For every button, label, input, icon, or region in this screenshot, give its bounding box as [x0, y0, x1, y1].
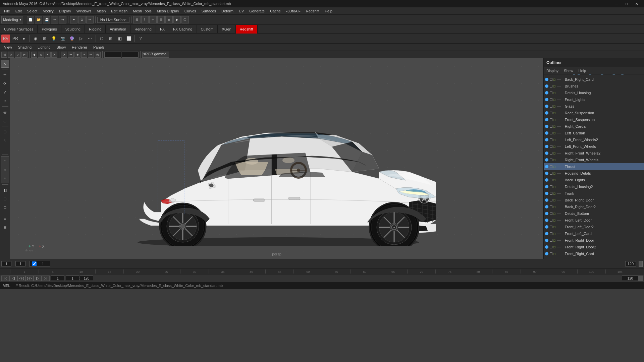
- outliner-item-rear-suspension[interactable]: ◻ ── Rear_Suspension: [544, 110, 644, 116]
- universal-tool[interactable]: ⊕: [1, 97, 9, 105]
- outliner-item-brushes[interactable]: ◻ ── Brushes: [544, 83, 644, 89]
- outliner-item-right-front-wheels[interactable]: ◻ ── Right_Front_Wheels: [544, 157, 644, 163]
- end-btn[interactable]: ⊳: [21, 52, 28, 58]
- menu-windows[interactable]: Windows: [74, 7, 94, 15]
- outliner-display-menu[interactable]: Display: [545, 68, 560, 73]
- tab-curves---surfaces[interactable]: Curves / Surfaces: [0, 25, 38, 34]
- minimize-button[interactable]: ─: [612, 1, 621, 7]
- outliner-item-front-left-door[interactable]: ◻ ── Front_Left_Door: [544, 217, 644, 224]
- no-live-surface-btn[interactable]: No Live Surface: [97, 17, 129, 23]
- menu-deform[interactable]: Deform: [219, 7, 236, 15]
- prev-frame-btn[interactable]: ◁: [1, 52, 7, 58]
- rv-btn[interactable]: RV: [1, 35, 10, 43]
- cam-btn[interactable]: 📷: [58, 35, 67, 43]
- menu-cache[interactable]: Cache: [267, 7, 283, 15]
- tab-sculpting[interactable]: Sculpting: [61, 25, 85, 34]
- snap-view-btn[interactable]: ⊟: [157, 16, 165, 23]
- snap-curve-btn[interactable]: ⌇: [141, 16, 149, 23]
- snap-grid[interactable]: ⊞: [1, 128, 9, 136]
- frame-current-input[interactable]: 1: [15, 261, 25, 266]
- sym-btn[interactable]: ◈: [165, 16, 173, 23]
- menu-modify[interactable]: Modify: [40, 7, 56, 15]
- vol-btn[interactable]: 🔮: [67, 35, 76, 43]
- menu-uv[interactable]: UV: [236, 7, 247, 15]
- outliner-item-back-lights[interactable]: ◻ ── Back_Lights: [544, 177, 644, 183]
- menu-redshift[interactable]: Redshift: [303, 7, 322, 15]
- range-start-display[interactable]: 1: [66, 276, 79, 281]
- menu-curves[interactable]: Curves: [182, 7, 199, 15]
- outliner-item-front-left-card[interactable]: ◻ ── Front_Left_Card: [544, 230, 644, 237]
- outliner-item-back-right-door2[interactable]: ◻ ── Back_Right_Door2: [544, 203, 644, 210]
- sub-shading[interactable]: Shading: [15, 45, 34, 50]
- step-back-btn[interactable]: ◁|: [9, 276, 17, 281]
- ipr-btn[interactable]: ⬡: [181, 16, 189, 23]
- gamma-dropdown[interactable]: sRGB gamma: [142, 52, 169, 58]
- sub-view[interactable]: View: [1, 45, 15, 50]
- select-tool[interactable]: ↖: [1, 60, 9, 68]
- outliner-item-front-lights[interactable]: ◻ ── Front_Lights: [544, 96, 644, 103]
- outliner-content[interactable]: 📷persp📷top📷front📷side ▾ Mercedes_E_class…: [544, 74, 644, 259]
- select-btn[interactable]: ✦: [70, 16, 77, 23]
- grid-btn[interactable]: ⊞: [40, 35, 49, 43]
- mode-dropdown[interactable]: Modeling ▾: [1, 16, 23, 23]
- frame-end-dragger[interactable]: [639, 261, 643, 267]
- mat-ball-btn[interactable]: ◉: [31, 35, 40, 43]
- new-scene-btn[interactable]: 📄: [27, 16, 34, 23]
- scale-tool[interactable]: ⤢: [1, 88, 9, 96]
- outliner-item-front-right-card[interactable]: ◻ ── Front_Right_Card: [544, 250, 644, 257]
- lasso-tool[interactable]: ◌: [1, 117, 9, 125]
- step-fwd-btn[interactable]: |▷: [34, 276, 42, 281]
- frame-start-input[interactable]: 1: [1, 261, 11, 266]
- snap-point-btn[interactable]: ⊹: [149, 16, 157, 23]
- go-end-btn[interactable]: ▷|: [42, 276, 50, 281]
- menu-display[interactable]: Display: [56, 7, 74, 15]
- menu-mesh[interactable]: Mesh: [94, 7, 108, 15]
- value1-input[interactable]: 0.00: [104, 52, 121, 58]
- tab-rendering[interactable]: Rendering: [130, 25, 156, 34]
- attr-editor-btn[interactable]: ⊞: [1, 223, 9, 231]
- keyframe-btn[interactable]: ◆: [31, 52, 37, 58]
- snap-curve[interactable]: ⌇: [1, 136, 9, 144]
- key-all-btn[interactable]: ◇: [38, 52, 44, 58]
- render-btn[interactable]: ▶: [173, 16, 181, 23]
- value2-input[interactable]: 1.00: [122, 52, 139, 58]
- rotate-tool[interactable]: ⟳: [1, 79, 9, 87]
- del-key-btn[interactable]: ✕: [51, 52, 57, 58]
- timeline-ruler[interactable]: 1510152025303540455055606570758085909510…: [0, 268, 644, 275]
- sub-lighting[interactable]: Lighting: [35, 45, 53, 50]
- soft-select-tool[interactable]: ◎: [1, 108, 9, 116]
- undo-btn[interactable]: ↩: [51, 16, 58, 23]
- mat-editor-btn[interactable]: ⬡: [97, 35, 106, 43]
- maximize-button[interactable]: □: [622, 1, 631, 7]
- sub-renderer[interactable]: Renderer: [69, 45, 90, 50]
- outliner-show-menu[interactable]: Show: [562, 68, 575, 73]
- outliner-item-detals-housing2[interactable]: ◻ ── Detals_Housing2: [544, 183, 644, 190]
- ipr-btn2[interactable]: IPR: [10, 35, 19, 43]
- sub-show[interactable]: Show: [54, 45, 69, 50]
- timeline-drag[interactable]: [639, 276, 643, 281]
- menu-file[interactable]: File: [1, 7, 13, 15]
- outliner-item-back-right-card[interactable]: ◻ ── Back_Right_Card: [544, 76, 644, 83]
- menu-editmesh[interactable]: Edit Mesh: [108, 7, 130, 15]
- scatter-btn[interactable]: ⋯: [86, 35, 94, 43]
- tab-rigging[interactable]: Rigging: [85, 25, 106, 34]
- breakdown-btn[interactable]: ▪: [45, 52, 51, 58]
- lasso-btn[interactable]: ⊙: [78, 16, 86, 23]
- outliner-item-glass[interactable]: ◻ ── Glass: [544, 103, 644, 110]
- save-btn[interactable]: 💾: [43, 16, 50, 23]
- menu-edit[interactable]: Edit: [13, 7, 24, 15]
- play-back-btn[interactable]: ◁◁: [17, 276, 25, 281]
- render-view-btn[interactable]: ⬜: [124, 35, 133, 43]
- play-fwd-btn[interactable]: ▷▷: [25, 276, 34, 281]
- display-layer-btn[interactable]: ⊟: [1, 195, 9, 203]
- outliner-item-front-left-door2[interactable]: ◻ ── Front_Left_Door2: [544, 224, 644, 230]
- snap-point[interactable]: ·: [1, 145, 9, 153]
- proxy-btn[interactable]: ▷: [76, 35, 85, 43]
- light-btn[interactable]: 💡: [49, 35, 58, 43]
- menu-surfaces[interactable]: Surfaces: [199, 7, 219, 15]
- outliner-item-front-suspension[interactable]: ◻ ── Front_Suspension: [544, 116, 644, 123]
- onion-btn[interactable]: ◎: [95, 52, 101, 58]
- hypershade-btn[interactable]: ◧: [115, 35, 124, 43]
- node-editor-btn[interactable]: ⊞: [106, 35, 115, 43]
- outliner-item-front-right-door[interactable]: ◻ ── Front_Right_Door: [544, 237, 644, 244]
